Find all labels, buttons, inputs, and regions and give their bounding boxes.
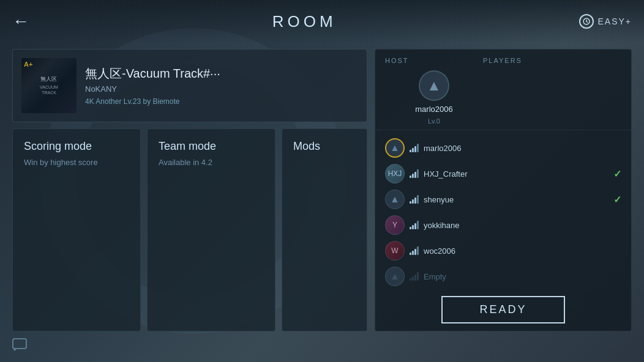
- player-name: yokkihane: [424, 221, 621, 230]
- difficulty-label: EASY+: [597, 17, 632, 26]
- song-detail: 4K Another Lv.23 by Biemote: [85, 97, 358, 106]
- mods-card[interactable]: Mods: [282, 128, 367, 331]
- player-avatar: ▲: [385, 267, 405, 286]
- player-name: woc2006: [424, 246, 621, 256]
- players-section: PLAYERS: [483, 57, 621, 125]
- player-name: shenyue: [424, 195, 608, 204]
- signal-bars: [410, 169, 419, 178]
- left-panel: 無人区 VACUUM TRACK A+ 無人区-Vacuum Track#···…: [12, 49, 367, 331]
- player-avatar: W: [385, 241, 405, 260]
- signal-bars: [410, 144, 419, 152]
- host-section: HOST ▲ marlo2006 Lv.0: [385, 57, 483, 125]
- signal-bars: [410, 246, 419, 255]
- player-row[interactable]: ▲marlo2006: [385, 135, 621, 161]
- signal-bars: [410, 221, 419, 229]
- scoring-mode-card[interactable]: Scoring mode Win by highest score: [12, 128, 141, 331]
- team-mode-subtitle: Available in 4.2: [159, 158, 264, 167]
- host-name: marlo2006: [415, 105, 452, 114]
- host-label: HOST: [385, 57, 483, 64]
- team-mode-title: Team mode: [159, 140, 264, 153]
- ready-section: Ready: [375, 289, 631, 331]
- mods-title: Mods: [293, 140, 356, 153]
- player-row[interactable]: HXJHXJ_Crafter✓: [385, 161, 621, 187]
- player-name: HXJ_Crafter: [424, 169, 608, 179]
- difficulty-badge[interactable]: EASY+: [579, 14, 632, 29]
- svg-rect-1: [13, 339, 26, 349]
- song-grade: A+: [24, 61, 32, 68]
- mode-cards: Scoring mode Win by highest score Team m…: [12, 128, 367, 331]
- host-player: ▲ marlo2006 Lv.0: [385, 70, 483, 125]
- song-info: 無人区-Vacuum Track#··· NoKANY 4K Another L…: [85, 65, 358, 106]
- ready-checkmark: ✓: [613, 194, 621, 205]
- chat-button[interactable]: [12, 338, 27, 355]
- song-card[interactable]: 無人区 VACUUM TRACK A+ 無人区-Vacuum Track#···…: [12, 49, 367, 122]
- ready-button[interactable]: Ready: [441, 296, 564, 323]
- right-panel: HOST ▲ marlo2006 Lv.0 PLAYERS ▲marlo2006…: [375, 49, 632, 331]
- song-artist: NoKANY: [85, 84, 358, 94]
- player-row[interactable]: Wwoc2006: [385, 238, 621, 264]
- main-content: 無人区 VACUUM TRACK A+ 無人区-Vacuum Track#···…: [12, 49, 632, 331]
- host-level: Lv.0: [428, 117, 440, 125]
- player-row[interactable]: ▲Empty: [385, 264, 621, 289]
- song-title: 無人区-Vacuum Track#···: [85, 65, 358, 82]
- player-name: Empty: [424, 272, 621, 281]
- difficulty-icon: [579, 14, 594, 29]
- host-avatar: ▲: [419, 70, 449, 101]
- player-row[interactable]: ▲shenyue✓: [385, 187, 621, 212]
- team-mode-card[interactable]: Team mode Available in 4.2: [147, 128, 275, 331]
- player-row[interactable]: Yyokkihane: [385, 212, 621, 238]
- signal-bars: [410, 195, 419, 204]
- page-title: ROOM: [272, 12, 337, 31]
- room-header: HOST ▲ marlo2006 Lv.0 PLAYERS: [375, 50, 631, 130]
- player-avatar: ▲: [385, 138, 405, 158]
- song-thumbnail: 無人区 VACUUM TRACK A+: [21, 58, 77, 113]
- scoring-mode-title: Scoring mode: [24, 140, 129, 153]
- back-button[interactable]: ←: [12, 12, 29, 31]
- signal-bars: [410, 272, 419, 281]
- players-label: PLAYERS: [483, 57, 621, 64]
- scoring-mode-subtitle: Win by highest score: [24, 158, 129, 167]
- player-avatar: HXJ: [385, 164, 405, 183]
- header: ← ROOM EASY+: [0, 0, 644, 43]
- players-list: ▲marlo2006HXJHXJ_Crafter✓▲shenyue✓Yyokki…: [375, 130, 631, 289]
- player-avatar: Y: [385, 215, 405, 235]
- player-name: marlo2006: [424, 144, 621, 153]
- ready-checkmark: ✓: [613, 168, 621, 180]
- player-avatar: ▲: [385, 190, 405, 209]
